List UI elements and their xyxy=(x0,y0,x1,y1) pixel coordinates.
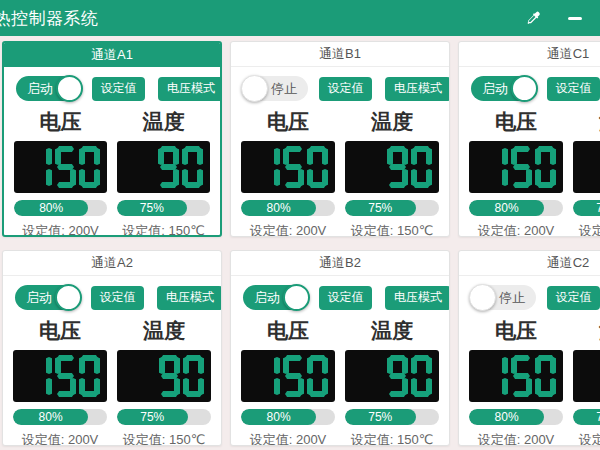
voltage-display xyxy=(13,350,107,402)
seg-digit-1 xyxy=(31,146,52,188)
seg-digit-0 xyxy=(183,355,204,397)
setpoint-button[interactable]: 设定值 xyxy=(547,77,600,101)
seg-digit-9 xyxy=(387,146,408,188)
temperature-progress: 75% xyxy=(573,200,600,216)
power-toggle[interactable]: 启动 xyxy=(15,285,80,310)
toggle-knob xyxy=(469,284,496,311)
temperature-label: 温度 xyxy=(345,108,439,136)
seg-digit-0 xyxy=(307,355,328,397)
temperature-progress: 75% xyxy=(345,409,439,425)
temperature-setpoint: 设定值: 150℃ xyxy=(117,222,210,237)
voltage-setpoint: 设定值: 200V xyxy=(241,431,335,446)
voltage-label: 电压 xyxy=(13,317,107,345)
voltage-label: 电压 xyxy=(14,108,107,136)
voltage-column: 电压 80% 设定值: 200V xyxy=(14,104,107,237)
channel-controls: 启动 设定值 电压模式 xyxy=(459,67,600,104)
channel-card-A2: 通道A2 启动 设定值 电压模式 电压 80% 设定值: 200V 温度 xyxy=(2,250,222,446)
voltage-setpoint: 设定值: 200V xyxy=(469,222,563,237)
voltage-display xyxy=(14,141,107,193)
seg-digit-0 xyxy=(79,146,100,188)
minimize-icon xyxy=(568,17,582,20)
power-toggle[interactable]: 启动 xyxy=(471,76,536,101)
channel-title-label: 通道B1 xyxy=(319,46,361,61)
toggle-knob xyxy=(241,75,268,102)
temperature-display xyxy=(345,141,439,193)
voltage-mode-button[interactable]: 电压模式 xyxy=(385,77,450,101)
toggle-label: 启动 xyxy=(482,76,508,101)
seg-digit-0 xyxy=(535,355,556,397)
temperature-setpoint: 设定值: 150℃ xyxy=(345,222,439,237)
temperature-progress: 75% xyxy=(573,409,600,425)
seg-digit-5 xyxy=(55,146,76,188)
voltage-progress-fill: 80% xyxy=(241,200,316,216)
voltage-progress-fill: 80% xyxy=(13,409,88,425)
temperature-label: 温度 xyxy=(117,108,210,136)
channel-title-label: 通道B2 xyxy=(319,255,361,270)
toggle-knob xyxy=(511,75,538,102)
temperature-setpoint: 设定值: 150℃ xyxy=(573,222,600,237)
temperature-progress-fill: 75% xyxy=(117,409,188,425)
toggle-label: 停止 xyxy=(271,76,297,101)
voltage-progress: 80% xyxy=(14,200,107,216)
setpoint-button[interactable]: 设定值 xyxy=(319,77,372,101)
voltage-column: 电压 80% 设定值: 200V xyxy=(241,104,335,237)
voltage-column: 电压 80% 设定值: 200V xyxy=(13,313,107,446)
window-title: 加热控制器系统 xyxy=(0,7,99,30)
temperature-label: 温度 xyxy=(345,317,439,345)
channel-controls: 停止 设定值 电压模式 xyxy=(231,67,449,104)
setpoint-button[interactable]: 设定值 xyxy=(91,286,144,310)
voltage-setpoint: 设定值: 200V xyxy=(469,431,563,446)
voltage-label: 电压 xyxy=(469,108,563,136)
eyedropper-icon[interactable] xyxy=(524,9,542,27)
temperature-progress: 75% xyxy=(117,409,211,425)
voltage-progress-fill: 80% xyxy=(14,200,88,216)
channel-title[interactable]: 通道C1 xyxy=(459,42,600,67)
power-toggle[interactable]: 启动 xyxy=(16,76,81,101)
voltage-mode-button[interactable]: 电压模式 xyxy=(157,286,222,310)
seg-digit-0 xyxy=(307,146,328,188)
channel-title[interactable]: 通道A2 xyxy=(3,251,221,276)
channel-meters: 电压 80% 设定值: 200V 温度 75% 设定值: 150℃ xyxy=(459,104,600,237)
power-toggle[interactable]: 启动 xyxy=(243,285,308,310)
channel-meters: 电压 80% 设定值: 200V 温度 75% 设定值: 150℃ xyxy=(459,313,600,446)
temperature-display xyxy=(345,350,439,402)
temperature-progress-fill: 75% xyxy=(573,200,600,216)
voltage-progress-fill: 80% xyxy=(469,200,544,216)
seg-digit-5 xyxy=(55,355,76,397)
channel-card-C2: 通道C2 停止 设定值 电压模式 电压 80% 设定值: 200V 温度 xyxy=(458,250,600,446)
setpoint-button[interactable]: 设定值 xyxy=(319,286,372,310)
voltage-progress: 80% xyxy=(241,409,335,425)
channel-title[interactable]: 通道B2 xyxy=(231,251,449,276)
temperature-progress: 75% xyxy=(345,200,439,216)
voltage-mode-button[interactable]: 电压模式 xyxy=(158,77,222,101)
seg-digit-5 xyxy=(511,355,532,397)
temperature-label: 温度 xyxy=(117,317,211,345)
toggle-knob xyxy=(283,284,310,311)
voltage-label: 电压 xyxy=(469,317,563,345)
temperature-progress-fill: 75% xyxy=(117,200,187,216)
temperature-column: 温度 75% 设定值: 150℃ xyxy=(117,104,210,237)
temperature-display xyxy=(117,141,210,193)
channel-title-label: 通道A1 xyxy=(91,47,133,62)
setpoint-button[interactable]: 设定值 xyxy=(547,286,600,310)
temperature-label: 温度 xyxy=(573,108,600,136)
toggle-label: 启动 xyxy=(27,76,53,101)
toggle-knob xyxy=(55,284,82,311)
temperature-setpoint: 设定值: 150℃ xyxy=(345,431,439,446)
power-toggle[interactable]: 停止 xyxy=(471,285,536,310)
power-toggle[interactable]: 停止 xyxy=(243,76,308,101)
channel-title[interactable]: 通道C2 xyxy=(459,251,600,276)
channel-card-C1: 通道C1 启动 设定值 电压模式 电压 80% 设定值: 200V 温度 xyxy=(458,41,600,237)
voltage-mode-button[interactable]: 电压模式 xyxy=(385,286,450,310)
temperature-progress-fill: 75% xyxy=(573,409,600,425)
channel-title[interactable]: 通道B1 xyxy=(231,42,449,67)
minimize-button[interactable] xyxy=(566,9,584,27)
channel-grid: 通道A1 启动 设定值 电压模式 电压 80% 设定值: 200V 温度 xyxy=(0,36,600,446)
channel-card-B2: 通道B2 启动 设定值 电压模式 电压 80% 设定值: 200V 温度 xyxy=(230,250,450,446)
setpoint-button[interactable]: 设定值 xyxy=(92,77,145,101)
channel-meters: 电压 80% 设定值: 200V 温度 75% 设定值: 150℃ xyxy=(3,313,221,446)
channel-title[interactable]: 通道A1 xyxy=(4,43,220,67)
temperature-label: 温度 xyxy=(573,317,600,345)
channel-title-label: 通道A2 xyxy=(91,255,133,270)
voltage-column: 电压 80% 设定值: 200V xyxy=(469,104,563,237)
